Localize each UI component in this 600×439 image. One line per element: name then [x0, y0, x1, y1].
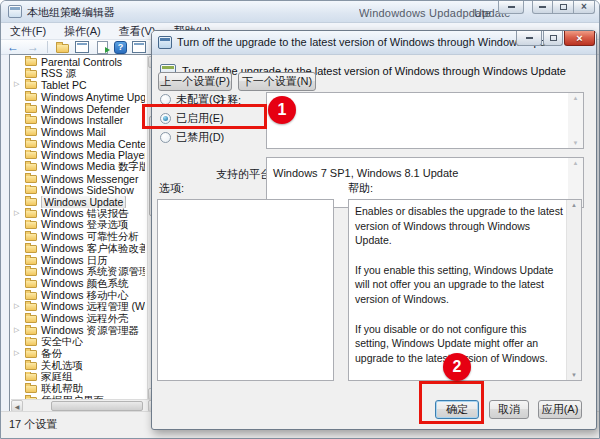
- expander-icon[interactable]: ▷: [14, 349, 19, 357]
- minimize-button[interactable]: [498, 1, 524, 14]
- tree-item-label: Windows 客户体验改善计划: [41, 243, 145, 255]
- next-setting-button[interactable]: 下一个设置(N): [238, 72, 316, 91]
- folder-icon: [25, 116, 37, 124]
- tree-item[interactable]: Windows SideShow: [12, 185, 145, 197]
- folder-icon: [25, 198, 37, 206]
- tree-item[interactable]: Windows Media 数字版权管理: [12, 161, 145, 173]
- forward-icon[interactable]: →: [25, 40, 41, 54]
- help-text: Enables or disables the upgrade to the l…: [355, 204, 563, 366]
- show-pane-icon[interactable]: [131, 40, 147, 54]
- background-pane-text: Windowdows Updadpdate: [359, 7, 491, 19]
- folder-icon: [25, 128, 37, 136]
- previous-setting-button[interactable]: 上一个设置(P): [158, 72, 232, 91]
- minimize-icon: [526, 37, 533, 39]
- tree-item[interactable]: Windows 系统资源管理器: [12, 266, 145, 278]
- tree-item[interactable]: Windows 客户体验改善计划: [12, 243, 145, 255]
- scroll-down-icon[interactable]: ▼: [567, 372, 581, 378]
- close-button[interactable]: ×: [574, 1, 595, 14]
- tree-item[interactable]: ▷Tablet PC: [12, 79, 145, 91]
- folder-icon: [25, 163, 37, 171]
- close-icon: ×: [576, 32, 582, 44]
- back-icon[interactable]: ←: [5, 40, 21, 54]
- help-icon[interactable]: ?: [114, 41, 127, 54]
- close-button[interactable]: ×: [564, 31, 595, 46]
- tree-horizontal-scrollbar[interactable]: ◀ ▶: [11, 399, 160, 411]
- tree-item-label: Windows Media Player: [41, 150, 145, 162]
- comment-textarea[interactable]: ▲ ▼: [266, 92, 584, 149]
- minimize-button[interactable]: [516, 31, 542, 46]
- tree-item-label: Windows 远程管理 (WinRM): [41, 301, 145, 313]
- minimize-icon: [539, 6, 546, 8]
- expander-icon[interactable]: ▷: [14, 302, 19, 310]
- scroll-up-icon[interactable]: ▲: [568, 95, 583, 101]
- folder-go-icon[interactable]: [94, 40, 110, 54]
- tree-item[interactable]: Windows 远程外壳: [12, 313, 145, 325]
- tree-item-label: Windows 移动中心: [41, 290, 129, 302]
- tree-item[interactable]: Windows Media Player: [12, 150, 145, 162]
- folder-icon: [25, 373, 37, 381]
- dialog-title-bar: Turn off the upgrade to the latest versi…: [152, 31, 596, 55]
- tree-item[interactable]: Windows Mail: [12, 126, 145, 138]
- export-folder-icon[interactable]: [54, 40, 70, 54]
- tree-item[interactable]: 家庭组: [12, 372, 145, 384]
- tree-item-label: Windows 远程外壳: [41, 313, 129, 325]
- tree-item[interactable]: ▷备份: [12, 348, 145, 360]
- console-window-icon[interactable]: [74, 40, 90, 54]
- tree-item[interactable]: Parental Controls: [12, 56, 145, 68]
- tree-item-label: RSS 源: [41, 68, 76, 80]
- radio-icon[interactable]: [160, 132, 171, 143]
- expander-icon[interactable]: ▷: [14, 209, 19, 217]
- radio-option[interactable]: 已禁用(D): [160, 131, 224, 143]
- tree-item[interactable]: ▷Windows 资源管理器: [12, 325, 145, 337]
- restore-button[interactable]: [553, 1, 574, 14]
- annotation-badge-2: 2: [443, 353, 471, 381]
- tree-item[interactable]: Windows 颜色系统: [12, 278, 145, 290]
- help-scrollbar[interactable]: ▲ ▼: [566, 200, 581, 380]
- menu-item-action[interactable]: 操作(A): [55, 23, 110, 40]
- cancel-button[interactable]: 取消: [489, 400, 529, 419]
- scrollbar[interactable]: ▲ ▼: [568, 93, 583, 148]
- menu-item-file[interactable]: 文件(F): [1, 23, 55, 40]
- tree-item[interactable]: Windows Defender: [12, 103, 145, 115]
- expander-icon[interactable]: ▷: [14, 326, 19, 334]
- tree-item[interactable]: Windows 可靠性分析: [12, 231, 145, 243]
- tree-item[interactable]: Windows 移动中心: [12, 290, 145, 302]
- folder-icon: [25, 221, 37, 229]
- tree-item-label: Windows Installer: [41, 114, 123, 126]
- tree-item-label: Windows Update: [41, 196, 126, 208]
- minimize-button[interactable]: [532, 1, 553, 14]
- tree-item[interactable]: ▷Windows 远程管理 (WinRM): [12, 301, 145, 313]
- window-title: 本地组策略编辑器: [27, 5, 115, 20]
- tree-item[interactable]: Windows 日历: [12, 255, 145, 267]
- tree-item[interactable]: Windows Update: [12, 196, 145, 208]
- policy-tree-panel: Parental ControlsRSS 源▷Tablet PCWindows …: [9, 54, 161, 413]
- folder-icon: [25, 151, 37, 159]
- tree-item[interactable]: RSS 源: [12, 68, 145, 80]
- radio-icon[interactable]: [160, 94, 171, 105]
- tree-item[interactable]: 安全中心: [12, 337, 145, 349]
- tree-item-label: Windows 日历: [41, 255, 108, 267]
- tree-item[interactable]: Windows Media Center: [12, 138, 145, 150]
- tree-item[interactable]: Windows 登录选项: [12, 220, 145, 232]
- options-label: 选项:: [159, 181, 184, 196]
- expander-icon[interactable]: ▷: [14, 80, 19, 88]
- scroll-down-icon[interactable]: ▼: [568, 140, 583, 146]
- tree-item[interactable]: 关机选项: [12, 360, 145, 372]
- scroll-up-icon[interactable]: ▲: [567, 202, 581, 208]
- apply-button[interactable]: 应用(A): [538, 400, 582, 419]
- tree-item[interactable]: Windows Messenger: [12, 173, 145, 185]
- tree-item-label: Windows 资源管理器: [41, 325, 139, 337]
- scroll-up-icon[interactable]: ▲: [568, 160, 583, 166]
- maximize-button[interactable]: [543, 31, 563, 46]
- tree-item[interactable]: Windows Installer: [12, 114, 145, 126]
- tree-item-label: 家庭组: [41, 372, 73, 384]
- options-panel: [157, 199, 334, 381]
- tree-item[interactable]: 联机帮助: [12, 383, 145, 395]
- scrollbar-thumb[interactable]: [51, 401, 143, 411]
- tree-item[interactable]: Windows Anytime Upgrade: [12, 91, 145, 103]
- folder-icon: [25, 70, 37, 78]
- tree-item[interactable]: ▷Windows 错误报告: [12, 208, 145, 220]
- help-panel: Enables or disables the upgrade to the l…: [348, 199, 582, 381]
- tree-item-label: Windows Media 数字版权管理: [41, 161, 145, 173]
- folder-icon: [25, 81, 37, 89]
